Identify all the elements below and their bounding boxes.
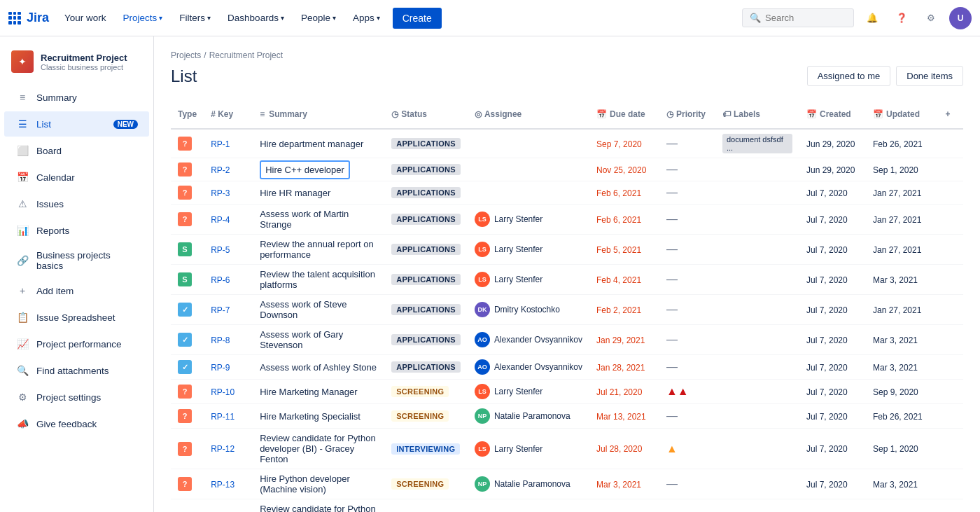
- due-date: Jan 28, 2021: [596, 363, 645, 373]
- summary-cell[interactable]: Hire Marketing Specialist: [260, 411, 360, 422]
- notifications-icon[interactable]: 🔔: [861, 7, 883, 29]
- sidebar-item-reports[interactable]: 📊 Reports: [4, 218, 149, 243]
- done-items-button[interactable]: Done items: [896, 66, 963, 86]
- status-badge[interactable]: APPLICATIONS: [391, 187, 461, 198]
- summary-cell[interactable]: Hire Python developer (Machine vision): [260, 473, 350, 494]
- type-icon: ✓: [178, 333, 192, 347]
- assignee-cell: AO Alexander Ovsyannikov: [475, 332, 582, 347]
- status-badge[interactable]: SCREENING: [391, 410, 449, 422]
- updated-date: Sep 1, 2020: [873, 444, 918, 454]
- summary-cell[interactable]: Assess work of Ashley Stone: [260, 362, 377, 373]
- sidebar-label-performance: Project performance: [36, 339, 122, 350]
- summary-cell[interactable]: Review the talent acquisition platforms: [260, 269, 375, 290]
- summary-cell[interactable]: Review candidate for Python developer (M…: [260, 504, 375, 512]
- assignee-cell: LS Larry Stenfer: [475, 272, 582, 287]
- type-icon: ?: [178, 186, 192, 200]
- reports-icon: 📊: [15, 223, 29, 237]
- sidebar-item-feedback[interactable]: 📣 Give feedback: [4, 411, 149, 436]
- breadcrumb-project[interactable]: Recruitment Project: [209, 50, 283, 60]
- status-badge[interactable]: APPLICATIONS: [391, 334, 461, 345]
- issue-key[interactable]: RP-7: [211, 305, 230, 315]
- summary-cell[interactable]: Assess work of Martin Strange: [260, 209, 349, 230]
- search-box[interactable]: 🔍: [742, 8, 854, 27]
- filters-nav[interactable]: Filters ▾: [172, 8, 218, 27]
- user-avatar[interactable]: U: [949, 7, 972, 29]
- add-column-button[interactable]: +: [939, 106, 956, 123]
- issue-key[interactable]: RP-9: [211, 363, 230, 373]
- search-input[interactable]: [765, 13, 846, 23]
- issue-key[interactable]: RP-13: [211, 480, 234, 490]
- sidebar-item-business[interactable]: 🔗 Business projects basics: [4, 244, 149, 277]
- projects-nav[interactable]: Projects ▾: [116, 8, 170, 27]
- grid-icon: [8, 12, 21, 25]
- jira-logo[interactable]: Jira: [8, 11, 49, 25]
- issue-key[interactable]: RP-10: [211, 387, 234, 397]
- sidebar-item-add-item[interactable]: + Add item: [4, 278, 149, 303]
- status-badge[interactable]: APPLICATIONS: [391, 138, 461, 149]
- attachments-icon: 🔍: [15, 364, 29, 378]
- dashboards-nav[interactable]: Dashboards ▾: [220, 8, 291, 27]
- issue-key[interactable]: RP-1: [211, 139, 230, 149]
- summary-cell[interactable]: Assess work of Steve Downson: [260, 299, 346, 320]
- issue-key[interactable]: RP-4: [211, 215, 230, 225]
- sidebar: ✦ Recruitment Project Classic business p…: [0, 36, 154, 512]
- your-work-nav[interactable]: Your work: [57, 8, 113, 27]
- topnav-right: 🔍 🔔 ❓ ⚙ U: [742, 7, 972, 29]
- priority-icon: ▲: [666, 443, 678, 455]
- apps-nav[interactable]: Apps ▾: [346, 8, 387, 27]
- sidebar-item-board[interactable]: ⬜ Board: [4, 138, 149, 163]
- issue-key[interactable]: RP-6: [211, 275, 230, 285]
- assignee-cell: NP Natalie Paramonova: [475, 408, 582, 424]
- sidebar-item-list[interactable]: ☰ List NEW: [4, 111, 149, 137]
- issue-key[interactable]: RP-11: [211, 412, 234, 422]
- people-nav[interactable]: People ▾: [294, 8, 343, 27]
- th-add-col[interactable]: +: [932, 100, 963, 129]
- summary-cell[interactable]: Assess work of Gary Stevenson: [260, 329, 343, 350]
- calendar-icon: 📅: [15, 170, 29, 184]
- status-badge[interactable]: SCREENING: [391, 386, 449, 397]
- summary-cell[interactable]: Hire C++ developer: [260, 160, 350, 179]
- settings-icon[interactable]: ⚙: [920, 7, 942, 29]
- status-badge[interactable]: APPLICATIONS: [391, 244, 461, 255]
- sidebar-item-issues[interactable]: ⚠ Issues: [4, 191, 149, 216]
- sidebar-label-feedback: Give feedback: [36, 419, 97, 429]
- summary-cell[interactable]: Hire department manager: [260, 139, 363, 149]
- priority-icon: —: [666, 333, 678, 345]
- sidebar-item-summary[interactable]: ≡ Summary: [4, 85, 149, 110]
- breadcrumb-projects[interactable]: Projects: [171, 50, 201, 60]
- issue-key[interactable]: RP-2: [211, 165, 230, 175]
- help-icon[interactable]: ❓: [890, 7, 913, 29]
- status-badge[interactable]: APPLICATIONS: [391, 304, 461, 315]
- sidebar-item-settings[interactable]: ⚙ Project settings: [4, 385, 149, 410]
- status-badge[interactable]: SCREENING: [391, 478, 449, 490]
- summary-cell[interactable]: Review the annual report on performance: [260, 239, 374, 260]
- status-badge[interactable]: APPLICATIONS: [391, 274, 461, 285]
- issue-key[interactable]: RP-8: [211, 335, 230, 345]
- status-badge[interactable]: APPLICATIONS: [391, 361, 461, 373]
- assignee-name: Alexander Ovsyannikov: [494, 362, 582, 372]
- created-date: Jul 7, 2020: [806, 305, 848, 315]
- main-layout: ✦ Recruitment Project Classic business p…: [0, 36, 980, 512]
- sidebar-item-calendar[interactable]: 📅 Calendar: [4, 165, 149, 190]
- type-icon: ?: [178, 442, 192, 456]
- summary-cell[interactable]: Hire HR manager: [260, 188, 330, 198]
- sidebar-project: ✦ Recruitment Project Classic business p…: [0, 45, 153, 84]
- status-badge[interactable]: APPLICATIONS: [391, 164, 461, 175]
- sidebar-item-spreadsheet[interactable]: 📋 Issue Spreadsheet: [4, 305, 149, 330]
- sidebar-item-performance[interactable]: 📈 Project performance: [4, 331, 149, 357]
- issue-key[interactable]: RP-3: [211, 188, 230, 198]
- status-badge[interactable]: APPLICATIONS: [391, 214, 461, 225]
- assigned-to-me-button[interactable]: Assigned to me: [807, 66, 891, 86]
- create-button[interactable]: Create: [393, 8, 442, 29]
- status-badge[interactable]: INTERVIEWING: [391, 443, 460, 455]
- assignee-name: Natalie Paramonova: [494, 411, 570, 421]
- summary-cell[interactable]: Hire Marketing Manager: [260, 387, 357, 397]
- sidebar-label-reports: Reports: [36, 226, 69, 236]
- issue-key[interactable]: RP-5: [211, 245, 230, 255]
- summary-cell[interactable]: Review candidate for Python developer (B…: [260, 433, 375, 464]
- sidebar-label-issues: Issues: [36, 199, 64, 209]
- sidebar-item-attachments[interactable]: 🔍 Find attachments: [4, 358, 149, 383]
- table-row: ? RP-14 Review candidate for Python deve…: [171, 499, 963, 513]
- issue-key[interactable]: RP-12: [211, 444, 234, 454]
- assignee-name: Larry Stenfer: [494, 214, 542, 224]
